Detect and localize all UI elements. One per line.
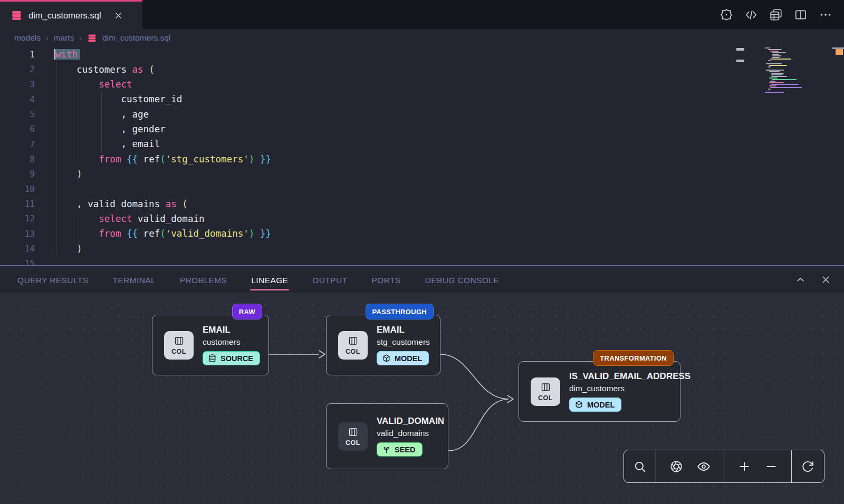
lineage-node-customers[interactable]: RAWCOLEMAILcustomersSOURCE <box>152 315 269 375</box>
editor-actions <box>720 0 844 29</box>
code-line[interactable]: 9 ) <box>0 167 844 181</box>
code-line[interactable]: 14 ) <box>0 241 844 256</box>
breadcrumb-item-marts[interactable]: marts <box>54 33 74 43</box>
plus-icon[interactable] <box>737 460 751 473</box>
code-line[interactable]: 7 , email <box>0 137 844 151</box>
dbt-logo-icon[interactable] <box>720 8 733 22</box>
code-token: ) <box>249 154 255 164</box>
code-text: select valid_domain <box>35 214 205 224</box>
split-editor-icon[interactable] <box>794 8 808 22</box>
code-text: ) <box>35 244 82 254</box>
tab-bar: dim_customers.sql <box>0 0 844 29</box>
code-token: as <box>132 64 149 75</box>
minimap-line <box>768 49 782 50</box>
lineage-node-dim_customers[interactable]: TRANSFORMATIONCOLIS_VALID_EMAIL_ADDRESSd… <box>519 361 680 422</box>
code-line[interactable]: 11 , valid_domains as ( <box>0 196 844 211</box>
lineage-node-stg_customers[interactable]: PASSTHROUGHCOLEMAILstg_customersMODEL <box>326 315 440 375</box>
minimap-line <box>768 66 771 67</box>
minimap-line <box>769 82 784 83</box>
panel-tab-debug-console[interactable]: DEBUG CONSOLE <box>425 268 499 292</box>
lineage-node-valid_domains[interactable]: COLVALID_DOMAINvalid_domainsSEED <box>326 403 448 469</box>
code-token <box>54 214 99 224</box>
code-text: customers as ( <box>35 64 155 75</box>
code-text: from {{ ref('valid_domains') }} <box>35 228 271 239</box>
line-number: 15 <box>0 258 35 266</box>
code-text: , valid_domains as ( <box>35 199 188 209</box>
breadcrumb-item-file[interactable]: dim_customers.sql <box>102 33 170 43</box>
more-icon[interactable] <box>819 8 832 22</box>
refresh-icon[interactable] <box>801 460 814 473</box>
line-number: 4 <box>0 94 35 104</box>
minimap-line <box>769 71 780 72</box>
code-token: ref <box>143 154 160 164</box>
chevron-up-icon[interactable] <box>795 274 806 285</box>
code-token: }} <box>254 154 271 164</box>
breadcrumb-separator: › <box>46 34 49 42</box>
database-icon <box>208 354 217 363</box>
minimap-line <box>770 51 779 52</box>
code-line[interactable]: 10 <box>0 181 844 196</box>
code-line[interactable]: 2 customers as ( <box>0 62 844 76</box>
code-line[interactable]: 1with <box>0 47 844 62</box>
eye-icon[interactable] <box>697 460 711 473</box>
line-number: 7 <box>0 139 35 149</box>
code-token: customer_id <box>54 94 182 104</box>
code-line[interactable]: 12 select valid_domain <box>0 211 844 226</box>
code-line[interactable]: 15 <box>0 256 844 266</box>
code-token: , email <box>54 139 160 149</box>
code-token: ( <box>149 64 155 75</box>
columns-icon <box>348 427 359 440</box>
type-badge-source: SOURCE <box>203 351 260 365</box>
type-badge-label: MODEL <box>587 401 615 409</box>
tab-dim-customers[interactable]: dim_customers.sql <box>0 0 142 29</box>
minimap-selection-mark <box>736 48 744 51</box>
code-icon[interactable] <box>744 8 758 22</box>
code-line[interactable]: 13 from {{ ref('valid_domains') }} <box>0 226 844 241</box>
minimap-line <box>770 81 775 82</box>
breadcrumb-item-models[interactable]: models <box>14 33 41 43</box>
code-token: select <box>99 214 138 224</box>
code-line[interactable]: 5 , age <box>0 106 844 121</box>
code-token: ( <box>160 228 166 239</box>
code-token: as <box>166 199 183 209</box>
panel-tab-lineage[interactable]: LINEAGE <box>251 268 288 292</box>
columns-icon <box>174 335 185 348</box>
minimap-line <box>769 77 778 79</box>
lineage-canvas[interactable]: RAWCOLEMAILcustomersSOURCEPASSTHROUGHCOL… <box>0 293 844 504</box>
table-copy-icon[interactable] <box>769 8 783 22</box>
aperture-icon[interactable] <box>669 460 683 473</box>
lineage-toolbar <box>624 450 824 483</box>
close-icon[interactable] <box>820 274 831 285</box>
code-editor[interactable]: 1with2 customers as (3 select4 customer_… <box>0 47 844 266</box>
code-line[interactable]: 3 select <box>0 77 844 92</box>
code-lines: 1with2 customers as (3 select4 customer_… <box>0 47 844 266</box>
code-token <box>54 244 76 254</box>
panel-tab-ports[interactable]: PORTS <box>371 268 400 292</box>
search-icon[interactable] <box>633 460 647 473</box>
indent-guide <box>79 211 79 241</box>
minimap-line <box>769 65 787 66</box>
line-number: 3 <box>0 79 35 89</box>
type-badge-label: SEED <box>395 445 416 454</box>
code-line[interactable]: 8 from {{ ref('stg_customers') }} <box>0 151 844 166</box>
panel-tab-problems[interactable]: PROBLEMS <box>180 268 227 292</box>
code-line[interactable]: 6 , gender <box>0 122 844 137</box>
panel-tab-output[interactable]: OUTPUT <box>312 268 347 292</box>
code-text: select <box>35 79 132 90</box>
panel-tab-terminal[interactable]: TERMINAL <box>112 268 156 292</box>
minus-icon[interactable] <box>764 460 778 473</box>
minimap[interactable] <box>764 47 827 93</box>
code-text: customer_id <box>35 94 182 104</box>
toolbar-segment <box>656 450 724 482</box>
minimap-line <box>771 73 784 74</box>
close-tab-icon[interactable] <box>113 11 123 21</box>
code-token: 'valid_domains' <box>166 228 249 239</box>
code-line[interactable]: 4 customer_id <box>0 92 844 106</box>
line-number: 9 <box>0 169 35 179</box>
panel-tab-query-results[interactable]: QUERY RESULTS <box>17 268 88 292</box>
breadcrumb-separator: › <box>79 34 82 42</box>
column-chip-label: COL <box>346 348 360 355</box>
cube-icon <box>382 354 391 363</box>
minimap-line <box>771 84 799 85</box>
code-token: , valid_domains <box>54 199 166 209</box>
